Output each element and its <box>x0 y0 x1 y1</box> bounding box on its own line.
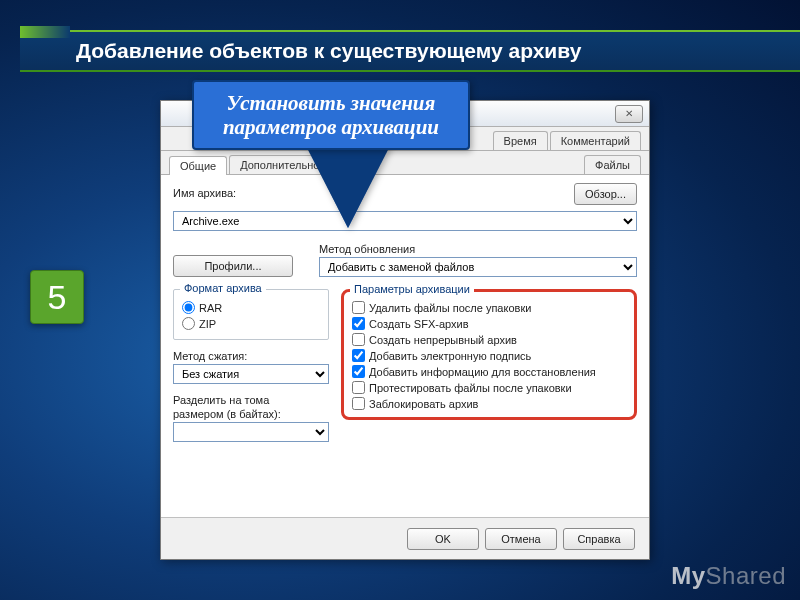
param-signature[interactable]: Добавить электронную подпись <box>352 349 626 362</box>
param-lock[interactable]: Заблокировать архив <box>352 397 626 410</box>
check-label: Заблокировать архив <box>369 398 478 410</box>
tab-comment[interactable]: Комментарий <box>550 131 641 150</box>
tab-label: Время <box>504 135 537 147</box>
check-label: Добавить электронную подпись <box>369 350 531 362</box>
btn-label: Обзор... <box>585 188 626 200</box>
tab-files[interactable]: Файлы <box>584 155 641 174</box>
param-delete-after[interactable]: Удалить файлы после упаковки <box>352 301 626 314</box>
checkbox[interactable] <box>352 301 365 314</box>
watermark: MyShared <box>671 562 786 590</box>
split-label-2: размером (в байтах): <box>173 408 329 420</box>
checkbox[interactable] <box>352 381 365 394</box>
archive-name-input[interactable]: Archive.exe <box>173 211 637 231</box>
check-label: Удалить файлы после упаковки <box>369 302 531 314</box>
check-label: Протестировать файлы после упаковки <box>369 382 572 394</box>
check-label: Создать SFX-архив <box>369 318 469 330</box>
tab-time[interactable]: Время <box>493 131 548 150</box>
radio-label: RAR <box>199 302 222 314</box>
callout-arrow-icon <box>308 148 388 228</box>
winrar-dialog: ✕ Время Комментарий Общие Дополнительно … <box>160 100 650 560</box>
archive-name-label: Имя архива: <box>173 187 236 199</box>
browse-button[interactable]: Обзор... <box>574 183 637 205</box>
checkbox[interactable] <box>352 349 365 362</box>
param-test[interactable]: Протестировать файлы после упаковки <box>352 381 626 394</box>
split-size-select[interactable] <box>173 422 329 442</box>
param-solid[interactable]: Создать непрерывный архив <box>352 333 626 346</box>
instruction-callout: Установить значения параметров архивации <box>192 80 470 150</box>
format-rar[interactable]: RAR <box>182 301 320 314</box>
step-number: 5 <box>48 278 67 317</box>
checkbox[interactable] <box>352 397 365 410</box>
compression-label: Метод сжатия: <box>173 350 329 362</box>
ok-button[interactable]: OK <box>407 528 479 550</box>
tab-label: Комментарий <box>561 135 630 147</box>
check-label: Добавить информацию для восстановления <box>369 366 596 378</box>
profiles-button[interactable]: Профили... <box>173 255 293 277</box>
radio-zip[interactable] <box>182 317 195 330</box>
params-legend: Параметры архивации <box>350 283 474 295</box>
cancel-button[interactable]: Отмена <box>485 528 557 550</box>
param-recovery[interactable]: Добавить информацию для восстановления <box>352 365 626 378</box>
checkbox[interactable] <box>352 333 365 346</box>
dialog-body: Имя архива: Обзор... Archive.exe Профили… <box>161 175 649 527</box>
check-label: Создать непрерывный архив <box>369 334 517 346</box>
archive-format-group: Формат архива RAR ZIP <box>173 289 329 340</box>
dialog-button-bar: OK Отмена Справка <box>161 517 649 559</box>
format-legend: Формат архива <box>180 282 266 294</box>
checkbox[interactable] <box>352 365 365 378</box>
slide-title: Добавление объектов к существующему архи… <box>76 39 581 63</box>
slide-title-bar: Добавление объектов к существующему архи… <box>20 30 800 72</box>
param-sfx[interactable]: Создать SFX-архив <box>352 317 626 330</box>
help-button[interactable]: Справка <box>563 528 635 550</box>
archive-params-group: Параметры архивации Удалить файлы после … <box>341 289 637 420</box>
checkbox[interactable] <box>352 317 365 330</box>
btn-label: Справка <box>577 533 620 545</box>
tab-label: Файлы <box>595 159 630 171</box>
tab-label: Общие <box>180 160 216 172</box>
tab-general[interactable]: Общие <box>169 156 227 175</box>
update-method-select[interactable]: Добавить с заменой файлов <box>319 257 637 277</box>
btn-label: Отмена <box>501 533 540 545</box>
radio-label: ZIP <box>199 318 216 330</box>
btn-label: Профили... <box>204 260 261 272</box>
callout-text: Установить значения параметров архивации <box>202 91 460 139</box>
compression-select[interactable]: Без сжатия <box>173 364 329 384</box>
format-zip[interactable]: ZIP <box>182 317 320 330</box>
update-method-label: Метод обновления <box>319 243 637 255</box>
btn-label: OK <box>435 533 451 545</box>
watermark-bold: My <box>671 562 705 589</box>
split-label-1: Разделить на тома <box>173 394 329 406</box>
watermark-light: Shared <box>706 562 786 589</box>
step-number-badge: 5 <box>30 270 84 324</box>
radio-rar[interactable] <box>182 301 195 314</box>
close-icon[interactable]: ✕ <box>615 105 643 123</box>
dialog-tabs-row2: Общие Дополнительно Файлы <box>161 151 649 175</box>
